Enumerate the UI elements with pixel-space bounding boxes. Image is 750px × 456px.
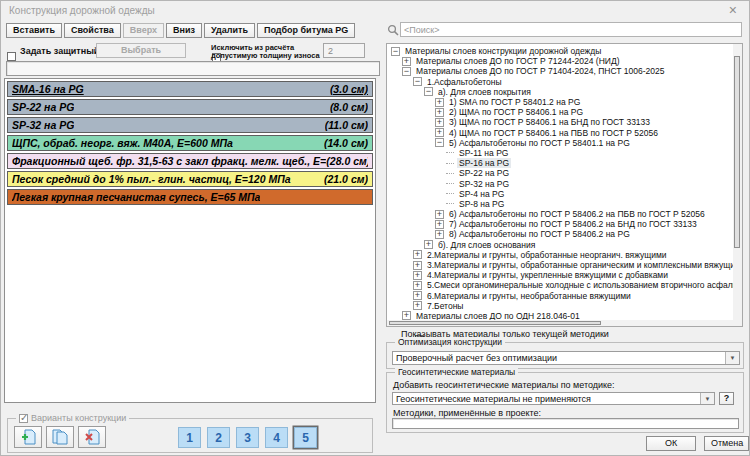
tree-item[interactable]: +5.Смеси органоминеральные холодные с ис… bbox=[387, 280, 742, 290]
collapse-icon[interactable]: − bbox=[424, 87, 433, 96]
tree-item[interactable]: SP-8 на PG bbox=[387, 199, 742, 209]
expand-icon[interactable]: + bbox=[413, 291, 422, 300]
variant-page-button-3[interactable]: 3 bbox=[236, 427, 259, 448]
collapse-icon[interactable]: − bbox=[413, 77, 422, 86]
expand-icon[interactable]: + bbox=[435, 210, 444, 219]
layer-row[interactable]: SP-32 на PG(11.0 см) bbox=[7, 117, 373, 133]
expand-icon[interactable]: + bbox=[413, 301, 422, 310]
layer-row[interactable]: Песок средний до 1% пыл.- глин. частиц, … bbox=[7, 171, 373, 187]
expand-icon[interactable]: + bbox=[424, 240, 433, 249]
tree-vscroll-thumb[interactable] bbox=[734, 56, 740, 248]
expand-icon[interactable]: + bbox=[413, 261, 422, 270]
tree-item-label: SP-22 на PG bbox=[457, 168, 511, 178]
tree-item-label: 3.Материалы и грунты, обработанные орган… bbox=[425, 260, 743, 270]
tree-item-label: 2.Материалы и грунты, обработанные неорг… bbox=[425, 250, 669, 260]
tree-item-label: Материалы слоев конструкции дорожной оде… bbox=[403, 46, 603, 56]
tree-item[interactable]: SP-32 на PG bbox=[387, 178, 742, 188]
expand-icon[interactable]: + bbox=[402, 57, 411, 66]
geo-methods-field[interactable] bbox=[392, 418, 739, 429]
toolbar-button-вниз[interactable]: Вниз bbox=[166, 23, 202, 38]
cancel-button[interactable]: Отмена bbox=[704, 436, 749, 451]
geo-help-button[interactable]: ? bbox=[719, 392, 734, 405]
layer-row[interactable]: SMA-16 на PG(3.0 см) bbox=[7, 81, 373, 97]
delete-variant-button[interactable] bbox=[78, 426, 106, 448]
tree-item[interactable]: −1.Асфальтобетоны bbox=[387, 77, 742, 87]
tree-item[interactable]: +8) Асфальтобетоны по ГОСТ Р 58406.2 на … bbox=[387, 229, 742, 239]
tree-item[interactable]: −Материалы слоев ДО по ГОСТ Р 71404-2024… bbox=[387, 66, 742, 76]
layer-name: SP-32 на PG bbox=[12, 119, 74, 131]
toolbar-button-подбор-битума-pg[interactable]: Подбор битума PG bbox=[257, 23, 355, 38]
material-name-field[interactable] bbox=[6, 61, 380, 76]
expand-icon[interactable]: + bbox=[413, 250, 422, 259]
toolbar-button-вставить[interactable]: Вставить bbox=[6, 23, 62, 38]
expand-icon[interactable]: + bbox=[435, 230, 444, 239]
variant-page-button-5[interactable]: 5 bbox=[294, 427, 317, 448]
expand-icon[interactable]: + bbox=[413, 271, 422, 280]
wear-thickness-field[interactable]: 2 bbox=[323, 43, 365, 58]
tree-item[interactable]: +4.Материалы и грунты, укрепленные вяжущ… bbox=[387, 270, 742, 280]
tree-item-label: 7) Асфальтобетоны по ГОСТ Р 58406.2 на Б… bbox=[447, 219, 699, 229]
tree-item-label: SP-32 на PG bbox=[457, 179, 511, 189]
collapse-icon[interactable]: − bbox=[391, 47, 400, 56]
expand-icon[interactable]: + bbox=[435, 118, 444, 127]
variant-page-button-4[interactable]: 4 bbox=[265, 427, 288, 448]
tree-item-label: 6) Асфальтобетоны по ГОСТ Р 58406.2 на П… bbox=[447, 209, 707, 219]
layer-row[interactable]: SP-22 на PG(8.0 см) bbox=[7, 99, 373, 115]
tree-item[interactable]: +6) Асфальтобетоны по ГОСТ Р 58406.2 на … bbox=[387, 209, 742, 219]
tree-item[interactable]: +7) Асфальтобетоны по ГОСТ Р 58406.2 на … bbox=[387, 219, 742, 229]
tree-item[interactable]: SP-4 на PG bbox=[387, 189, 742, 199]
materials-tree: −Материалы слоев конструкции дорожной од… bbox=[386, 43, 743, 327]
optimization-combobox[interactable]: Проверочный расчет без оптимизации bbox=[392, 351, 740, 365]
tree-item[interactable]: +6.Материалы и грунты, необработанные вя… bbox=[387, 291, 742, 301]
tree-connector bbox=[446, 203, 454, 204]
tree-item[interactable]: −Материалы слоев конструкции дорожной од… bbox=[387, 46, 742, 56]
geo-method-combobox[interactable]: Геосинтетические материалы не применяютс… bbox=[392, 392, 715, 405]
variant-page-button-1[interactable]: 1 bbox=[178, 427, 201, 448]
tree-item-label: 1.Асфальтобетоны bbox=[425, 77, 504, 87]
tree-item[interactable]: SP-16 на PG bbox=[387, 158, 742, 168]
expand-icon[interactable]: + bbox=[435, 108, 444, 117]
toolbar-button-удалить[interactable]: Удалить bbox=[204, 23, 255, 38]
tree-item[interactable]: +б). Для слоев основания bbox=[387, 240, 742, 250]
layer-row[interactable]: Легкая крупная песчанистая супесь, Е=65 … bbox=[7, 189, 373, 205]
tree-item[interactable]: +7.Бетоны bbox=[387, 301, 742, 311]
tree-item[interactable]: −5) Асфальтобетоны по ГОСТ Р 58401.1 на … bbox=[387, 138, 742, 148]
tree-item[interactable]: +3.Материалы и грунты, обработанные орга… bbox=[387, 260, 742, 270]
expand-icon[interactable]: + bbox=[435, 220, 444, 229]
tree-item[interactable]: +1) SMA по ГОСТ Р 58401.2 на PG bbox=[387, 97, 742, 107]
tree-item[interactable]: −а). Для слоев покрытия bbox=[387, 87, 742, 97]
layer-row[interactable]: ЩПС, обраб. неорг. вяж. М40А, Е=600 МПа(… bbox=[7, 135, 373, 151]
tree-horizontal-scrollbar[interactable] bbox=[387, 320, 735, 326]
close-icon[interactable]: × bbox=[729, 3, 737, 17]
variant-page-buttons: 12345 bbox=[178, 418, 338, 453]
tree-item[interactable]: +2) ЩМА по ГОСТ Р 58406.1 на PG bbox=[387, 107, 742, 117]
collapse-icon[interactable]: − bbox=[402, 67, 411, 76]
expand-icon[interactable]: + bbox=[435, 128, 444, 137]
variants-checkbox[interactable] bbox=[19, 414, 28, 423]
tree-item[interactable]: SP-22 на PG bbox=[387, 168, 742, 178]
copy-variant-button[interactable] bbox=[46, 426, 74, 448]
ok-button[interactable]: ОК bbox=[646, 436, 696, 451]
layer-thickness: (21.0 см) bbox=[324, 173, 368, 185]
tree-item-label: SP-16 на PG bbox=[457, 158, 511, 168]
tree-hscroll-thumb[interactable] bbox=[389, 321, 601, 325]
tree-item[interactable]: +3) ЩМА по ГОСТ Р 58406.1 на БНД по ГОСТ… bbox=[387, 117, 742, 127]
toolbar-button-свойства[interactable]: Свойства bbox=[64, 23, 121, 38]
expand-icon[interactable]: + bbox=[435, 98, 444, 107]
optimization-group: Оптимизация конструкции Проверочный расч… bbox=[386, 342, 744, 369]
variant-page-button-2[interactable]: 2 bbox=[207, 427, 230, 448]
collapse-icon[interactable]: − bbox=[435, 138, 444, 147]
tree-item[interactable]: +2.Материалы и грунты, обработанные неор… bbox=[387, 250, 742, 260]
search-input[interactable] bbox=[400, 22, 742, 37]
select-material-button[interactable]: Выбрать материал bbox=[96, 43, 186, 58]
tree-vertical-scrollbar[interactable] bbox=[733, 44, 742, 326]
toolbar-button-вверх[interactable]: Вверх bbox=[123, 23, 164, 38]
expand-icon[interactable]: + bbox=[413, 281, 422, 290]
protective-layer-checkbox[interactable] bbox=[7, 52, 16, 61]
tree-item[interactable]: SP-11 на PG bbox=[387, 148, 742, 158]
tree-item[interactable]: +Материалы слоев ДО по ГОСТ Р 71244-2024… bbox=[387, 56, 742, 66]
tree-item-label: б). Для слоев основания bbox=[436, 240, 537, 250]
tree-item[interactable]: +4) ЩМА по ГОСТ Р 58406.1 на ПБВ по ГОСТ… bbox=[387, 128, 742, 138]
add-variant-button[interactable] bbox=[14, 426, 42, 448]
layer-row[interactable]: Фракционный щеб. фр. 31,5-63 с закл фрак… bbox=[7, 153, 373, 169]
